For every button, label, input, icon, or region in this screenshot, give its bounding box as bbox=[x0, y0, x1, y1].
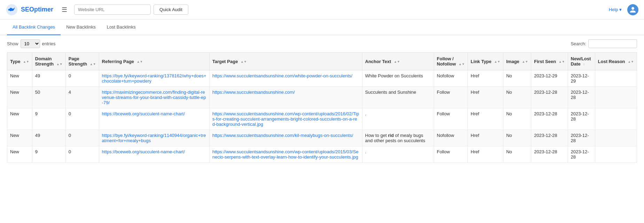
cell-first-seen: 2023-12-28 bbox=[531, 130, 568, 146]
col-follow[interactable]: Follow /Nofollow ▲▼ bbox=[434, 53, 468, 70]
cell-follow: Follow bbox=[434, 108, 468, 130]
cell-domain-strength: 49 bbox=[32, 130, 65, 146]
tab-lost-backlinks[interactable]: Lost Backlinks bbox=[101, 20, 141, 35]
table-wrapper: Type ▲▼ DomainStrength ▲▼ PageStrength ▲… bbox=[0, 52, 644, 163]
cell-referring-page[interactable]: https://bceweb.org/succulent-name-chart/ bbox=[99, 146, 209, 163]
cell-page-strength: 0 bbox=[65, 108, 99, 130]
quick-audit-button[interactable]: Quick Audit bbox=[154, 5, 188, 15]
tab-new-backlinks[interactable]: New Backlinks bbox=[61, 20, 101, 35]
cell-anchor-text: Succulents and Sunshine bbox=[362, 87, 434, 108]
cell-referring-page[interactable]: https://bceweb.org/succulent-name-chart/ bbox=[99, 108, 209, 130]
col-domain-strength[interactable]: DomainStrength ▲▼ bbox=[32, 53, 65, 70]
cell-follow: Nofollow bbox=[434, 70, 468, 87]
cell-image: No bbox=[503, 130, 531, 146]
table-controls: Show 10 25 50 100 entries Search: bbox=[0, 35, 644, 52]
svg-point-1 bbox=[8, 9, 10, 10]
col-referring-page[interactable]: Referring Page ▲▼ bbox=[99, 53, 209, 70]
entries-select[interactable]: 10 25 50 100 bbox=[21, 39, 40, 48]
cell-new-lost-date: 2023-12-28 bbox=[568, 108, 595, 130]
cell-image: No bbox=[503, 146, 531, 163]
cell-target-page[interactable]: https://www.succulentsandsunshine.com/ bbox=[209, 87, 362, 108]
logo-icon bbox=[6, 3, 18, 16]
cell-target-page[interactable]: https://www.succulentsandsunshine.com/wh… bbox=[209, 70, 362, 87]
col-new-lost-date[interactable]: New/LostDate ↕ bbox=[568, 53, 595, 70]
url-input[interactable] bbox=[74, 5, 151, 15]
cell-lost-reason bbox=[595, 87, 637, 108]
hamburger-button[interactable]: ☰ bbox=[59, 5, 70, 15]
tabs-bar: All Backlink Changes New Backlinks Lost … bbox=[0, 20, 644, 35]
col-link-type[interactable]: Link Type ▲▼ bbox=[468, 53, 503, 70]
table-row: New 49 0 https://bye.fyi/keyword-ranking… bbox=[7, 70, 637, 87]
cell-image: No bbox=[503, 87, 531, 108]
col-type[interactable]: Type ▲▼ bbox=[7, 53, 32, 70]
table-row: New 9 0 https://bceweb.org/succulent-nam… bbox=[7, 146, 637, 163]
cell-lost-reason bbox=[595, 108, 637, 130]
logo-text: SEOptimer bbox=[21, 6, 53, 13]
cell-target-page[interactable]: https://www.succulentsandsunshine.com/ki… bbox=[209, 130, 362, 146]
cell-image: No bbox=[503, 70, 531, 87]
cell-page-strength: 4 bbox=[65, 87, 99, 108]
cell-type: New bbox=[7, 108, 32, 130]
table-body: New 49 0 https://bye.fyi/keyword-ranking… bbox=[7, 70, 637, 163]
col-anchor-text[interactable]: Anchor Text ▲▼ bbox=[362, 53, 434, 70]
cell-link-type: Href bbox=[468, 108, 503, 130]
col-image[interactable]: Image ▲▼ bbox=[503, 53, 531, 70]
cell-link-type: Href bbox=[468, 130, 503, 146]
cell-type: New bbox=[7, 146, 32, 163]
col-first-seen[interactable]: First Seen ▲▼ bbox=[531, 53, 568, 70]
cell-referring-page[interactable]: https://bye.fyi/keyword-ranking/1378162/… bbox=[99, 70, 209, 87]
cell-link-type: Href bbox=[468, 146, 503, 163]
cell-follow: Follow bbox=[434, 146, 468, 163]
cell-page-strength: 0 bbox=[65, 130, 99, 146]
user-avatar[interactable] bbox=[627, 4, 638, 15]
cell-anchor-text: . bbox=[362, 146, 434, 163]
cell-anchor-text: White Powder on Succulents bbox=[362, 70, 434, 87]
table-row: New 49 0 https://bye.fyi/keyword-ranking… bbox=[7, 130, 637, 146]
cell-new-lost-date: 2023-12-28 bbox=[568, 87, 595, 108]
col-target-page[interactable]: Target Page ▲▼ bbox=[209, 53, 362, 70]
search-area: Search: bbox=[571, 39, 637, 48]
cell-page-strength: 0 bbox=[65, 70, 99, 87]
show-entries-area: Show 10 25 50 100 entries bbox=[7, 39, 56, 48]
cell-lost-reason bbox=[595, 146, 637, 163]
cell-first-seen: 2023-12-28 bbox=[531, 108, 568, 130]
cell-page-strength: 0 bbox=[65, 146, 99, 163]
cell-new-lost-date: 2023-12-29 bbox=[568, 70, 595, 87]
cell-type: New bbox=[7, 87, 32, 108]
cell-lost-reason bbox=[595, 130, 637, 146]
search-input[interactable] bbox=[588, 39, 637, 48]
help-button[interactable]: Help ▾ bbox=[609, 7, 622, 12]
cell-target-page[interactable]: https://www.succulentsandsunshine.com/wp… bbox=[209, 108, 362, 130]
cell-domain-strength: 49 bbox=[32, 70, 65, 87]
cell-first-seen: 2023-12-28 bbox=[531, 146, 568, 163]
tab-all-backlink-changes[interactable]: All Backlink Changes bbox=[7, 20, 61, 35]
cell-link-type: Href bbox=[468, 87, 503, 108]
table-row: New 9 0 https://bceweb.org/succulent-nam… bbox=[7, 108, 637, 130]
cell-domain-strength: 50 bbox=[32, 87, 65, 108]
table-header: Type ▲▼ DomainStrength ▲▼ PageStrength ▲… bbox=[7, 53, 637, 70]
show-label: Show bbox=[7, 41, 18, 46]
cell-type: New bbox=[7, 70, 32, 87]
cell-first-seen: 2023-12-28 bbox=[531, 87, 568, 108]
search-label: Search: bbox=[571, 41, 586, 46]
header: SEOptimer ☰ Quick Audit Help ▾ bbox=[0, 0, 644, 20]
cell-follow: Follow bbox=[434, 87, 468, 108]
cell-first-seen: 2023-12-29 bbox=[531, 70, 568, 87]
col-page-strength[interactable]: PageStrength ▲▼ bbox=[65, 53, 99, 70]
cell-type: New bbox=[7, 130, 32, 146]
cell-referring-page[interactable]: https://bye.fyi/keyword-ranking/1140944/… bbox=[99, 130, 209, 146]
cell-follow: Nofollow bbox=[434, 130, 468, 146]
cell-anchor-text: How to get rid of mealy bugs and other p… bbox=[362, 130, 434, 146]
cell-lost-reason bbox=[595, 70, 637, 87]
cell-referring-page[interactable]: https://maximizingecommerce.com/finding-… bbox=[99, 87, 209, 108]
cell-new-lost-date: 2023-12-28 bbox=[568, 146, 595, 163]
cell-target-page[interactable]: https://www.succulentsandsunshine.com/wp… bbox=[209, 146, 362, 163]
col-lost-reason[interactable]: Lost Reason ▲▼ bbox=[595, 53, 637, 70]
cell-link-type: Href bbox=[468, 70, 503, 87]
logo-area: SEOptimer bbox=[6, 3, 53, 16]
cell-image: No bbox=[503, 108, 531, 130]
cell-new-lost-date: 2023-12-28 bbox=[568, 130, 595, 146]
cell-domain-strength: 9 bbox=[32, 108, 65, 130]
cell-anchor-text: . bbox=[362, 108, 434, 130]
table-row: New 50 4 https://maximizingecommerce.com… bbox=[7, 87, 637, 108]
